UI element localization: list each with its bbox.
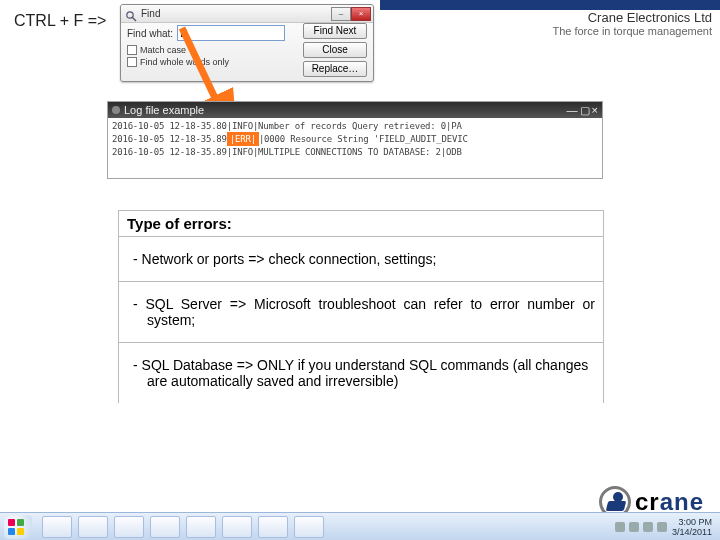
log-title: Log file example: [124, 104, 204, 116]
replace-button[interactable]: Replace…: [303, 61, 367, 77]
close-icon[interactable]: ×: [351, 7, 371, 21]
find-input[interactable]: [177, 25, 285, 41]
close-button[interactable]: Close: [303, 42, 367, 58]
tray-icon[interactable]: [629, 522, 639, 532]
start-button[interactable]: [4, 515, 32, 539]
company-name: Crane Electronics Ltd: [552, 10, 712, 25]
taskbar-button[interactable]: [150, 516, 180, 538]
minimize-icon[interactable]: —: [567, 104, 578, 116]
errors-heading: Type of errors:: [118, 210, 604, 236]
taskbar-pinned: [42, 516, 324, 538]
error-item: - Network or ports => check connection, …: [118, 236, 604, 281]
taskbar-button[interactable]: [186, 516, 216, 538]
find-next-button[interactable]: Find Next: [303, 23, 367, 39]
log-title-icon: [112, 106, 120, 114]
svg-rect-3: [17, 519, 24, 526]
error-item: - SQL Database => ONLY if you understand…: [118, 342, 604, 403]
svg-line-1: [133, 17, 137, 21]
taskbar-button[interactable]: [294, 516, 324, 538]
svg-rect-5: [17, 528, 24, 535]
log-titlebar[interactable]: Log file example — ▢ ×: [108, 102, 602, 118]
taskbar-button[interactable]: [78, 516, 108, 538]
system-tray: 3:00 PM 3/14/2011: [615, 517, 720, 537]
log-body: 2016-10-05 12-18-35.80|INFO|Number of re…: [108, 118, 602, 160]
taskbar-button[interactable]: [222, 516, 252, 538]
svg-point-0: [127, 11, 133, 17]
taskbar-button[interactable]: [114, 516, 144, 538]
svg-rect-2: [8, 519, 15, 526]
match-case-checkbox[interactable]: Match case: [127, 45, 229, 55]
svg-rect-4: [8, 528, 15, 535]
tray-icon[interactable]: [657, 522, 667, 532]
close-icon[interactable]: ×: [592, 104, 598, 116]
taskbar-button[interactable]: [258, 516, 288, 538]
error-highlight: |ERR|: [227, 132, 259, 146]
whole-words-checkbox[interactable]: Find whole words only: [127, 57, 229, 67]
find-titlebar[interactable]: Find – ×: [121, 5, 373, 23]
tray-icon[interactable]: [643, 522, 653, 532]
error-item: - SQL Server => Microsoft troubleshoot c…: [118, 281, 604, 342]
company-header: Crane Electronics Ltd The force in torqu…: [552, 10, 712, 37]
maximize-icon[interactable]: ▢: [580, 104, 590, 117]
taskbar-button[interactable]: [42, 516, 72, 538]
slide-topbar: [380, 0, 720, 10]
taskbar: 3:00 PM 3/14/2011: [0, 512, 720, 540]
error-types-section: Type of errors: - Network or ports => ch…: [118, 210, 604, 403]
find-title: Find: [141, 8, 331, 19]
minimize-icon[interactable]: –: [331, 7, 351, 21]
company-tagline: The force in torque management: [552, 25, 712, 37]
find-what-label: Find what:: [127, 28, 173, 39]
log-file-panel: Log file example — ▢ × 2016-10-05 12-18-…: [107, 101, 603, 179]
find-dialog: Find – × Find what: Find Next Close Repl…: [120, 4, 374, 82]
find-icon: [125, 8, 137, 20]
taskbar-clock[interactable]: 3:00 PM 3/14/2011: [672, 517, 712, 537]
tray-icon[interactable]: [615, 522, 625, 532]
ctrl-f-label: CTRL + F =>: [14, 12, 106, 30]
